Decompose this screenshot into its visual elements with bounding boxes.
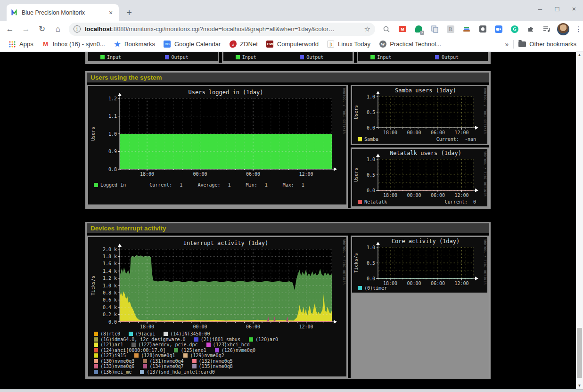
- scrollbar-thumb[interactable]: [577, 328, 582, 378]
- legend-swatch: [94, 332, 98, 336]
- copy-icon[interactable]: [430, 24, 439, 34]
- legend-item: Input: [236, 55, 256, 60]
- vertical-scrollbar[interactable]: ▲ ▼: [576, 52, 583, 389]
- legend-row: NetatalkCurrent:0: [352, 199, 481, 205]
- other-bookmarks-button[interactable]: Other bookmarks: [518, 41, 576, 48]
- home-button[interactable]: ⌂: [52, 23, 64, 35]
- bookmark-star-icon[interactable]: ☆: [364, 25, 370, 33]
- reload-button[interactable]: ↻: [36, 23, 48, 35]
- legend-swatch: [215, 348, 219, 352]
- scroll-down-icon[interactable]: ▼: [576, 383, 583, 389]
- network-graph-cell: InputOutput: [222, 52, 354, 63]
- svg-text:0.5: 0.5: [367, 172, 375, 178]
- new-tab-button[interactable]: +: [123, 8, 135, 19]
- legend-item: (8)rtc0: [94, 331, 120, 337]
- stat-label: Max:: [283, 182, 294, 188]
- browser-menu-icon[interactable]: ⋮: [575, 25, 582, 33]
- legend-row-items: (133)nvme0q6(134)nvme0q7(135)nvme0q8: [94, 364, 241, 369]
- legend-swatch: [143, 364, 147, 368]
- legend-label: (124)ahci[0000:00:17.0]: [100, 348, 165, 353]
- svg-text:1.0: 1.0: [367, 94, 375, 99]
- legend-item: (21)i801_smbus: [194, 337, 240, 343]
- svg-text:00:00: 00:00: [193, 172, 207, 177]
- bookmark-linux-today[interactable]: |tLinux Today: [327, 41, 370, 48]
- interrupt-activity-graph[interactable]: 0.00.2 k0.4 k0.6 k0.8 k1.0 k1.2 k1.4 k1.…: [88, 237, 346, 376]
- svg-text:12:00: 12:00: [454, 130, 468, 135]
- legend-swatch: [192, 359, 197, 363]
- bookmark-inbox-16-sjvn0[interactable]: MInbox (16) - sjvn0...: [42, 41, 105, 48]
- legend-stats: Current:-nan: [436, 137, 476, 142]
- svg-text:Users logged in (1day): Users logged in (1day): [189, 89, 263, 96]
- svg-text:06:00: 06:00: [246, 324, 260, 329]
- legend-item: (133)nvme0q6: [94, 364, 134, 369]
- keep-icon[interactable]: [478, 24, 487, 34]
- users-logged-in-graph[interactable]: 0.80.91.01.11.218:0000:0006:0012:00Users…: [88, 86, 346, 204]
- tab-blue-precision-monitorix[interactable]: Blue Precision Monitorix ×: [7, 4, 119, 21]
- network-graph-partial[interactable]: InputOutput: [223, 52, 353, 61]
- bookmark-bookmarks[interactable]: ★Bookmarks: [114, 41, 155, 48]
- bookmark-google-calendar[interactable]: 28Google Calendar: [164, 41, 221, 48]
- books-icon[interactable]: [462, 24, 471, 34]
- forward-button[interactable]: →: [20, 23, 32, 35]
- netatalk-users-graph[interactable]: 0.00.51.018:0000:0006:0012:00Netatalk us…: [352, 149, 487, 206]
- legend-item: (130)nvme0q3: [94, 359, 134, 364]
- bookmark-practical-technol[interactable]: WPractical Technol...: [379, 41, 441, 48]
- legend-item: (121)ar1: [94, 342, 123, 348]
- core-activity-graph[interactable]: 0.00.51.018:0000:0006:0012:00Core activi…: [352, 237, 487, 293]
- playlist-icon[interactable]: [542, 24, 551, 34]
- legend-swatch: [94, 364, 98, 368]
- network-graph-partial[interactable]: InputOutput: [358, 52, 488, 61]
- legend-swatch: [129, 332, 133, 336]
- star-icon: ★: [114, 41, 121, 48]
- maximize-button[interactable]: □: [553, 5, 561, 13]
- legend-label: (21)i801_smbus: [201, 337, 240, 343]
- legend-row: (121)ar1(122)aerdrv, pcie-dpc(123)xhci_h…: [88, 342, 340, 348]
- svg-text:0.5: 0.5: [367, 261, 375, 266]
- legend-row: (124)ahci[0000:00:17.0](125)eno1(126)nvm…: [88, 348, 340, 353]
- tab-close-icon[interactable]: ×: [107, 8, 115, 17]
- r-extension-icon[interactable]: R: [446, 24, 455, 34]
- legend-label: (121)ar1: [100, 342, 123, 348]
- bookmark-zdnet[interactable]: zZDNet: [229, 41, 258, 48]
- minimize-button[interactable]: –: [536, 5, 544, 13]
- legend-swatch: [358, 137, 362, 141]
- gmail-ext-icon[interactable]: M: [398, 24, 407, 34]
- close-button[interactable]: ×: [570, 5, 578, 13]
- profile-avatar[interactable]: [557, 23, 569, 35]
- scroll-up-icon[interactable]: ▲: [576, 52, 583, 58]
- bookmarks-overflow-chevron[interactable]: »: [505, 41, 509, 48]
- page-info-icon[interactable]: i: [74, 25, 81, 33]
- network-graph-partial[interactable]: InputOutput: [88, 52, 218, 61]
- linuxtoday-icon: |t: [327, 41, 335, 48]
- voice-icon[interactable]: ?: [414, 24, 423, 34]
- core-chart-svg: 0.00.51.018:0000:0006:0012:00Core activi…: [352, 237, 487, 293]
- users-legend: Logged InCurrent:1Average:1Min:1Max:1: [88, 182, 340, 188]
- legend-label: (137)snd_hda_intel:card0: [147, 369, 215, 375]
- samba-users-graph[interactable]: 0.00.51.018:0000:0006:0012:00Samba users…: [352, 86, 487, 144]
- grammarly-icon[interactable]: G: [510, 24, 519, 34]
- puzzle-icon[interactable]: [526, 24, 535, 34]
- bookmark-computerworld[interactable]: CWComputerworld: [266, 41, 319, 48]
- legend-label: (8)rtc0: [100, 331, 120, 337]
- omnibox[interactable]: i localhost:8080/monitorix-cgi/monitorix…: [69, 23, 375, 36]
- legend-row: SambaCurrent:-nan: [352, 137, 481, 142]
- stat-label: Average:: [197, 182, 220, 188]
- back-button[interactable]: ←: [4, 23, 16, 35]
- search-icon[interactable]: [382, 24, 391, 34]
- bookmark-apps[interactable]: Apps: [8, 41, 33, 48]
- zoom-camera-icon[interactable]: [494, 24, 503, 34]
- bookmark-label: Computerworld: [277, 41, 319, 48]
- url-host: localhost: [85, 25, 112, 33]
- legend-label: Netatalk: [364, 199, 387, 205]
- legend-row: (127)i915(128)nvme0q1(129)nvme0q2: [88, 353, 340, 359]
- legend-row-items: Logged In: [94, 182, 134, 188]
- legend-swatch: [94, 337, 98, 342]
- legend-label: (132)nvme0q5: [199, 359, 233, 364]
- legend-label: (130)nvme0q3: [100, 359, 134, 364]
- legend-label: Output: [442, 55, 459, 60]
- svg-text:12:00: 12:00: [299, 172, 313, 177]
- legend-swatch: [370, 55, 375, 59]
- legend-item: (126)nvme0q0: [215, 348, 255, 353]
- legend-row: (136)mei_me(137)snd_hda_intel:card0: [88, 369, 340, 375]
- svg-text:18:00: 18:00: [383, 193, 397, 198]
